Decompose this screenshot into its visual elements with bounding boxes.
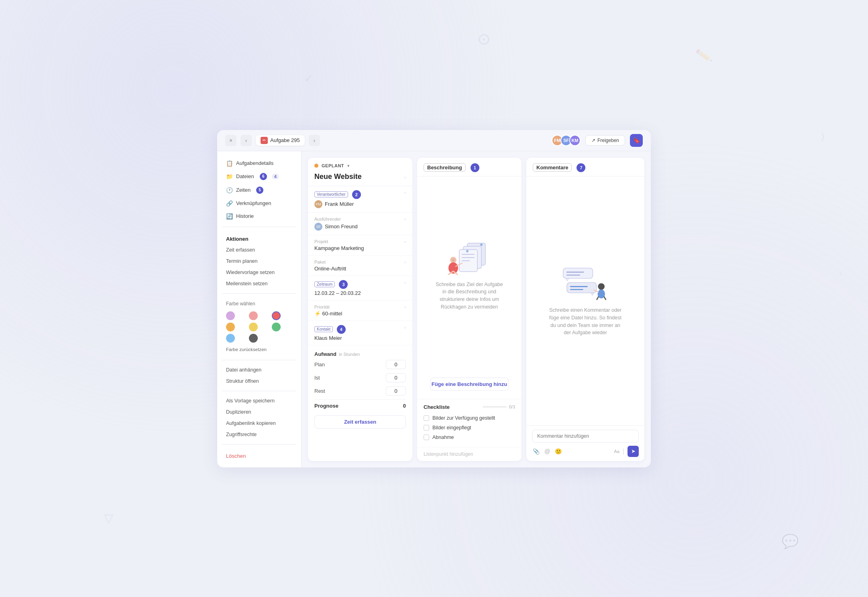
verantwortlicher-tag: Verantwortlicher (314, 191, 348, 197)
aufwand-ist-input[interactable] (386, 373, 406, 382)
sidebar-item-dateien[interactable]: 📁 Dateien 6 4 (222, 171, 296, 183)
badge-1: 1 (471, 163, 479, 172)
field-kontakt[interactable]: Kontakt 4 Klaus Meier › (308, 321, 412, 345)
mention-icon-button[interactable]: @ (544, 447, 551, 455)
action-termin-planen[interactable]: Termin planen (222, 256, 296, 266)
action-wiedervorlage[interactable]: Wiedervorlage setzen (222, 268, 296, 277)
topbar-left: × ‹ ✏ Aufgabe 295 › (225, 135, 320, 146)
task-detail-icon: 📋 (226, 160, 233, 167)
field-prioritaet[interactable]: Priorität ⚡ 60-mittel › (308, 301, 412, 321)
field-value-paket: Online-Auftritt (314, 266, 346, 272)
time-icon: 🕐 (226, 187, 233, 193)
checklist-label-2: Bilder eingepflegt (432, 425, 471, 430)
action-vorlage-speichern[interactable]: Als Vorlage speichern (222, 396, 296, 406)
checkbox-1[interactable] (424, 415, 429, 421)
svg-marker-21 (591, 293, 594, 295)
zeitraum-tag: Zeitraum (314, 281, 335, 287)
description-panel: Beschreibung 1 (417, 158, 522, 461)
progress-text: 0/3 (509, 404, 515, 409)
zeit-erfassen-button[interactable]: Zeit erfassen (314, 415, 406, 428)
avatar-frank: FM (314, 200, 322, 208)
field-paket[interactable]: Paket Online-Auftritt › (308, 256, 412, 276)
checkliste-title: Checkliste (424, 404, 450, 410)
divider-2 (222, 293, 296, 294)
panels-area: GEPLANT ▾ Neue Website › Verantwortliche… (302, 151, 651, 467)
status-dot (314, 164, 318, 168)
field-chevron-2: › (404, 217, 406, 221)
checklist-item-1[interactable]: Bilder zur Verfügung gestellt (424, 413, 515, 423)
farbe-zuruecksetzen-link[interactable]: Farbe zurücksetzen (222, 346, 296, 355)
zeiten-badge: 5 (256, 187, 263, 194)
sidebar-item-historie[interactable]: 🔄 Historie (222, 211, 296, 222)
action-struktur-oeffnen[interactable]: Struktur öffnen (222, 376, 296, 386)
comments-panel: Kommentare 7 (526, 158, 644, 461)
color-gray[interactable] (249, 334, 258, 343)
checkliste-progress: 0/3 (483, 404, 515, 409)
emoji-icon-button[interactable]: 🙂 (554, 447, 562, 455)
aufwand-rest-input[interactable] (386, 386, 406, 396)
prev-button[interactable]: ‹ (240, 135, 252, 146)
color-green[interactable] (272, 323, 281, 331)
next-button[interactable]: › (309, 135, 320, 146)
sidebar: 📋 Aufgabendetails 📁 Dateien 6 4 🕐 Zeiten… (217, 151, 302, 467)
svg-point-13 (480, 244, 483, 246)
sidebar-item-zeiten[interactable]: 🕐 Zeiten 5 (222, 184, 296, 196)
color-orange[interactable] (226, 323, 235, 331)
comment-input-field[interactable] (532, 430, 639, 443)
svg-rect-14 (563, 268, 593, 278)
topbar-task-title: Aufgabe 295 (270, 137, 300, 143)
topbar: × ‹ ✏ Aufgabe 295 › FM SF KM ↗ Freigeben… (217, 130, 651, 151)
desc-body: Schreibe das Ziel der Aufgabe in die Bes… (417, 177, 522, 374)
svg-point-12 (466, 250, 469, 252)
send-group: Aa | ➤ (614, 446, 639, 457)
action-aufgabenlink[interactable]: Aufgabenlink kopieren (222, 418, 296, 428)
add-listenpunkt-placeholder: Listenpunkt hinzufügen (424, 451, 473, 457)
prognose-value: 0 (403, 403, 406, 409)
share-icon-button[interactable]: 🔖 (630, 134, 643, 147)
attachment-icon-button[interactable]: 📎 (532, 447, 540, 455)
color-yellow[interactable] (249, 323, 258, 331)
field-ausfuehrender[interactable]: Ausführender SF Simon Freund › (308, 213, 412, 235)
delete-action[interactable]: Löschen (222, 451, 296, 461)
add-listenpunkt[interactable]: Listenpunkt hinzufügen (417, 447, 522, 461)
task-name: Neue Website (314, 173, 362, 181)
color-purple[interactable] (226, 311, 235, 320)
svg-line-24 (597, 297, 599, 299)
action-datei-anhaengen[interactable]: Datei anhängen (222, 365, 296, 375)
aufwand-section: Aufwand in Stunden Plan Ist Rest (308, 345, 412, 434)
field-chevron-4: › (404, 260, 406, 264)
sidebar-item-aufgabendetails[interactable]: 📋 Aufgabendetails (222, 158, 296, 169)
action-meilenstein[interactable]: Meilenstein setzen (222, 279, 296, 288)
comment-toolbar: 📎 @ 🙂 Aa | ➤ (532, 446, 639, 457)
send-button[interactable]: ➤ (628, 446, 639, 457)
field-projekt[interactable]: Projekt Kampagne Marketing › (308, 235, 412, 256)
field-zeitraum[interactable]: Zeitraum 3 12.03.22 – 20.03.22 › (308, 276, 412, 301)
sidebar-label-dateien: Dateien (236, 173, 254, 179)
sidebar-item-verknuepfungen[interactable]: 🔗 Verknüpfungen (222, 198, 296, 209)
color-lightblue[interactable] (226, 334, 235, 343)
color-red[interactable] (272, 311, 281, 320)
close-button[interactable]: × (225, 135, 236, 146)
checklist-item-2[interactable]: Bilder eingepflegt (424, 423, 515, 433)
svg-point-11 (452, 258, 455, 262)
aufwand-plan-input[interactable] (386, 360, 406, 369)
add-desc-container: Füge eine Beschreibung hinzu (417, 374, 522, 399)
avatar-group: FM SF KM (552, 135, 581, 146)
checkbox-2[interactable] (424, 425, 429, 430)
sidebar-label-aufgabendetails: Aufgabendetails (236, 160, 273, 166)
checkbox-3[interactable] (424, 435, 429, 440)
badge-2: 2 (352, 190, 361, 199)
action-zugriffsrechte[interactable]: Zugriffsrechte (222, 430, 296, 439)
checkliste-header: Checkliste 0/3 (424, 404, 515, 410)
action-zeit-erfassen[interactable]: Zeit erfassen (222, 245, 296, 255)
aufwand-rest-row: Rest (314, 384, 406, 398)
field-label-kontakt: Kontakt 4 (314, 325, 346, 334)
freigeben-button[interactable]: ↗ Freigeben (585, 135, 625, 146)
add-description-button[interactable]: Füge eine Beschreibung hinzu (430, 378, 509, 391)
field-verantwortlicher[interactable]: Verantwortlicher 2 FM Frank Müller › (308, 186, 412, 213)
color-pink[interactable] (249, 311, 258, 320)
action-duplizieren[interactable]: Duplizieren (222, 407, 296, 417)
desc-title: Beschreibung (424, 163, 466, 172)
field-label-prioritaet: Priorität (314, 305, 342, 309)
checklist-item-3[interactable]: Abnahme (424, 433, 515, 442)
